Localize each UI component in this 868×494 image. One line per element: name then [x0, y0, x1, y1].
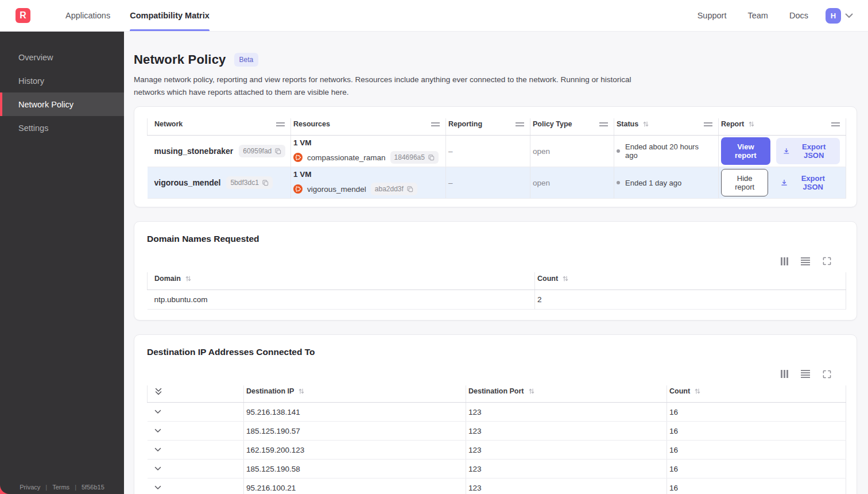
- card-title: Domain Names Requested: [147, 234, 846, 244]
- domain-names-table: Domain Count ntp.ubuntu.com 2: [147, 272, 846, 310]
- vm-count: 1 VM: [293, 170, 440, 179]
- columns-icon[interactable]: [781, 370, 788, 378]
- col-header-network[interactable]: Network: [148, 118, 291, 136]
- nav-tab-compatibility-matrix[interactable]: Compatibility Matrix: [130, 0, 210, 31]
- sidebar-item-overview[interactable]: Overview: [0, 45, 124, 69]
- column-resize-handle[interactable]: [831, 122, 840, 126]
- table-row[interactable]: vigorous_mendel5bdf3dc1 1 VMvigorous_men…: [148, 167, 846, 199]
- view-report-button[interactable]: View report: [721, 137, 770, 165]
- resource-id-badge[interactable]: 184696a5: [390, 151, 439, 164]
- sidebar-item-settings[interactable]: Settings: [0, 116, 124, 140]
- copy-icon: [262, 180, 269, 186]
- column-resize-handle[interactable]: [431, 122, 440, 126]
- terms-link[interactable]: Terms: [52, 484, 69, 491]
- status-dot-icon: [617, 149, 620, 153]
- chevron-down-icon[interactable]: [154, 447, 238, 452]
- col-header-status[interactable]: Status: [614, 118, 719, 136]
- ubuntu-icon: [293, 153, 303, 162]
- col-header-destination-port[interactable]: Destination Port: [466, 385, 667, 403]
- destination-ips-table: Destination IP Destination Port Count 95…: [147, 385, 846, 494]
- chevron-down-icon[interactable]: [154, 429, 238, 433]
- fullscreen-icon[interactable]: [823, 257, 831, 265]
- page-title: Network Policy: [134, 52, 226, 67]
- network-policy-table: Network Resources Reporting Policy Type …: [147, 118, 846, 199]
- col-header-domain[interactable]: Domain: [148, 272, 535, 290]
- chevron-down-icon[interactable]: [845, 13, 853, 18]
- network-id-badge[interactable]: 60959fad: [239, 145, 285, 157]
- double-chevron-down-icon: [154, 387, 238, 396]
- col-header-resources[interactable]: Resources: [291, 118, 446, 136]
- col-header-count[interactable]: Count: [535, 272, 846, 290]
- col-header-destination-ip[interactable]: Destination IP: [244, 385, 466, 403]
- network-name: vigorous_mendel: [154, 178, 221, 187]
- ubuntu-icon: [293, 184, 303, 194]
- column-resize-handle[interactable]: [704, 122, 712, 126]
- column-resize-handle[interactable]: [516, 122, 524, 126]
- destination-port-value: 123: [466, 441, 667, 460]
- page-description: Manage network policy, reporting and vie…: [134, 74, 653, 99]
- column-resize-handle[interactable]: [276, 122, 285, 126]
- col-header-report[interactable]: Report: [719, 118, 846, 136]
- sidebar-item-network-policy[interactable]: Network Policy: [0, 92, 124, 116]
- network-name: musing_stonebraker: [154, 146, 234, 156]
- brand-logo[interactable]: R: [16, 8, 30, 23]
- col-header-policy-type[interactable]: Policy Type: [530, 118, 614, 136]
- sort-icon[interactable]: [562, 275, 569, 282]
- count-value: 16: [667, 441, 846, 460]
- copy-icon: [275, 148, 281, 155]
- download-icon: [781, 179, 788, 187]
- copy-icon: [428, 155, 435, 161]
- reporting-value: –: [446, 167, 530, 199]
- col-header-expand-all[interactable]: [148, 385, 244, 403]
- table-row[interactable]: musing_stonebraker60959fad 1 VMcompassio…: [148, 136, 846, 167]
- nav-link-team[interactable]: Team: [747, 11, 768, 20]
- table-row[interactable]: 95.216.100.21 123 16: [148, 478, 846, 494]
- count-value: 2: [535, 290, 846, 309]
- destination-port-value: 123: [466, 460, 667, 478]
- row-density-icon[interactable]: [801, 370, 810, 378]
- sort-icon[interactable]: [298, 388, 305, 395]
- export-json-button[interactable]: Export JSON: [774, 169, 840, 196]
- chevron-down-icon[interactable]: [154, 466, 238, 471]
- table-row[interactable]: 185.125.190.57 123 16: [148, 422, 846, 441]
- nav-link-support[interactable]: Support: [698, 11, 727, 20]
- col-header-count[interactable]: Count: [667, 385, 846, 403]
- user-avatar[interactable]: H: [826, 8, 841, 24]
- copy-icon: [407, 186, 413, 192]
- hide-report-button[interactable]: Hide report: [721, 169, 768, 196]
- fullscreen-icon[interactable]: [823, 370, 831, 379]
- columns-icon[interactable]: [781, 257, 788, 265]
- nav-tab-applications[interactable]: Applications: [65, 0, 110, 31]
- network-id-badge[interactable]: 5bdf3dc1: [226, 176, 272, 189]
- table-row[interactable]: 162.159.200.123 123 16: [148, 441, 846, 460]
- sort-icon[interactable]: [748, 121, 755, 128]
- domain-names-card: Domain Names Requested Domain Count ntp.…: [134, 221, 857, 321]
- sidebar-item-history[interactable]: History: [0, 69, 124, 92]
- column-resize-handle[interactable]: [599, 122, 608, 126]
- sort-icon[interactable]: [185, 275, 192, 282]
- col-header-reporting[interactable]: Reporting: [446, 118, 530, 136]
- table-row[interactable]: ntp.ubuntu.com 2: [148, 290, 846, 309]
- sort-icon[interactable]: [528, 388, 535, 395]
- count-value: 16: [667, 460, 846, 478]
- policy-type-value: open: [530, 167, 614, 199]
- export-json-button[interactable]: Export JSON: [776, 138, 840, 164]
- destination-ip-value: 185.125.190.58: [244, 460, 466, 478]
- destination-ip-value: 162.159.200.123: [244, 441, 466, 460]
- chevron-down-icon[interactable]: [154, 485, 238, 490]
- footer-divider: |: [45, 484, 47, 491]
- table-row[interactable]: 185.125.190.58 123 16: [148, 460, 846, 478]
- resource-id-badge[interactable]: aba2dd3f: [371, 183, 417, 195]
- sort-icon[interactable]: [642, 121, 649, 128]
- destination-port-value: 123: [466, 478, 667, 494]
- sort-icon[interactable]: [694, 388, 701, 395]
- privacy-link[interactable]: Privacy: [20, 484, 40, 491]
- reporting-value: –: [446, 136, 530, 167]
- table-row[interactable]: 95.216.138.141 123 16: [148, 403, 846, 422]
- nav-link-docs[interactable]: Docs: [789, 11, 808, 20]
- chevron-down-icon[interactable]: [154, 410, 238, 414]
- vm-count: 1 VM: [293, 138, 440, 147]
- count-value: 16: [667, 422, 846, 441]
- sidebar-footer: Privacy | Terms | 5f56b15: [0, 484, 124, 491]
- row-density-icon[interactable]: [801, 257, 810, 265]
